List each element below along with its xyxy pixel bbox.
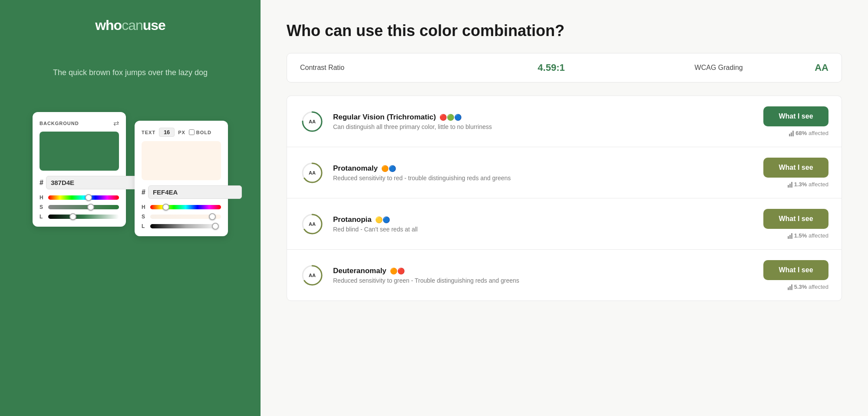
vision-name-deuteranomaly: Deuteranomaly 🟠🔴 [333,267,755,275]
text-sliders: H S L [142,204,221,229]
text-size-unit: PX [178,130,185,135]
vision-info-deuteranomaly: Deuteranomaly 🟠🔴 Reduced sensitivity to … [333,267,755,284]
page-title: Who can use this color combination? [287,22,842,40]
vision-desc-protanomaly: Reduced sensitivity to red - trouble dis… [333,175,755,182]
text-l-label: L [142,223,147,229]
vision-dots-regular: 🔴🟢🔵 [439,114,462,121]
background-l-thumb[interactable] [69,213,76,220]
vision-info-protanomaly: Protanomaly 🟠🔵 Reduced sensitivity to re… [333,164,755,182]
text-s-thumb[interactable] [209,213,216,220]
vision-desc-deuteranomaly: Reduced sensitivity to green - Trouble d… [333,277,755,284]
bar-chart-icon-protanopia [788,233,792,239]
background-s-track[interactable] [48,205,119,209]
logo-can: can [122,17,143,33]
vision-name-protanomaly: Protanomaly 🟠🔵 [333,164,755,173]
text-h-row: H [142,204,221,210]
background-h-track[interactable] [48,195,119,200]
aa-badge-protanopia: AA [300,212,324,236]
text-l-thumb[interactable] [212,223,219,230]
text-card: TEXT PX BOLD # H [135,121,228,236]
affected-text-protanomaly: 1.3% affected [788,181,828,188]
aa-badge-protanomaly: AA [300,161,324,185]
background-s-label: S [40,204,45,210]
vision-action-regular: What I see 68% affected [763,106,828,136]
text-h-track[interactable] [150,205,221,209]
contrast-value: 4.59:1 [468,62,635,73]
vision-desc-regular: Can distinguish all three primary color,… [333,123,755,130]
vision-item-deuteranomaly: AA Deuteranomaly 🟠🔴 Reduced sensitivity … [287,249,842,301]
text-s-label: S [142,214,147,220]
text-h-thumb[interactable] [162,204,169,211]
aa-label-protanopia: AA [309,221,316,227]
affected-pct-regular: 68% affected [795,130,828,136]
bar-chart-icon-deuteranomaly [788,284,792,290]
contrast-label: Contrast Ratio [300,64,468,72]
vision-info-regular: Regular Vision (Trichromatic) 🔴🟢🔵 Can di… [333,113,755,130]
vision-desc-protanopia: Red blind - Can't see reds at all [333,226,755,233]
what-i-see-btn-regular[interactable]: What I see [763,106,828,126]
affected-text-deuteranomaly: 5.3% affected [788,284,828,290]
background-h-thumb[interactable] [85,194,92,201]
aa-badge-deuteranomaly: AA [300,263,324,287]
logo: whocanuse [95,17,165,33]
vision-item-regular: AA Regular Vision (Trichromatic) 🔴🟢🔵 Can… [287,96,842,147]
background-hex-input[interactable] [46,176,140,189]
text-card-header: TEXT PX BOLD [142,128,221,137]
swap-icon[interactable]: ⇄ [113,119,119,127]
background-s-row: S [40,204,119,210]
vision-dots-protanopia: 🟡🔵 [375,216,390,223]
what-i-see-btn-deuteranomaly[interactable]: What I see [763,260,828,280]
text-s-track[interactable] [150,215,221,219]
vision-action-protanopia: What I see 1.5% affected [763,209,828,239]
what-i-see-btn-protanomaly[interactable]: What I see [763,158,828,178]
bold-label: BOLD [196,130,211,135]
background-label: BACKGROUND [40,121,79,126]
text-hex-input[interactable] [148,185,242,199]
preview-text: The quick brown fox jumps over the lazy … [53,68,208,77]
background-l-label: L [40,214,45,220]
aa-label-protanomaly: AA [309,170,316,175]
bold-checkbox[interactable]: BOLD [189,129,211,135]
aa-label-deuteranomaly: AA [309,273,316,278]
background-l-row: L [40,214,119,220]
background-card: BACKGROUND ⇄ # H S [33,112,126,227]
background-l-track[interactable] [48,215,119,219]
bold-input[interactable] [189,129,195,135]
text-input-row: # [142,185,221,199]
text-s-row: S [142,214,221,220]
right-panel: Who can use this color combination? Cont… [261,0,868,416]
background-input-row: # [40,176,119,189]
vision-item-protanopia: AA Protanopia 🟡🔵 Red blind - Can't see r… [287,198,842,249]
background-hash: # [40,179,43,187]
affected-text-regular: 68% affected [789,130,828,136]
text-hash: # [142,188,145,196]
what-i-see-btn-protanopia[interactable]: What I see [763,209,828,229]
logo-who: who [95,17,122,33]
wcag-label: WCAG Grading [635,64,802,72]
bar-chart-icon-regular [789,130,794,136]
vision-name-regular: Regular Vision (Trichromatic) 🔴🟢🔵 [333,113,755,122]
background-swatch[interactable] [40,132,119,171]
text-label: TEXT [142,130,155,135]
background-h-row: H [40,195,119,201]
text-controls: TEXT PX BOLD [142,128,211,137]
background-s-thumb[interactable] [87,204,94,211]
wcag-grade: AA [802,62,828,73]
text-l-track[interactable] [150,224,221,228]
text-h-label: H [142,204,147,210]
affected-pct-protanopia: 1.5% affected [794,232,828,239]
aa-label-regular: AA [309,119,316,124]
vision-dots-protanomaly: 🟠🔵 [381,165,396,172]
aa-badge-regular: AA [300,109,324,134]
contrast-bar: Contrast Ratio 4.59:1 WCAG Grading AA [287,53,842,83]
vision-dots-deuteranomaly: 🟠🔴 [390,267,405,274]
text-l-row: L [142,223,221,229]
text-swatch[interactable] [142,141,221,180]
vision-action-deuteranomaly: What I see 5.3% affected [763,260,828,290]
vision-list: AA Regular Vision (Trichromatic) 🔴🟢🔵 Can… [287,96,842,301]
text-size-input[interactable] [159,128,175,137]
affected-pct-deuteranomaly: 5.3% affected [794,284,828,290]
background-sliders: H S L [40,195,119,220]
left-panel: whocanuse The quick brown fox jumps over… [0,0,261,416]
bar-chart-icon-protanomaly [788,182,792,188]
